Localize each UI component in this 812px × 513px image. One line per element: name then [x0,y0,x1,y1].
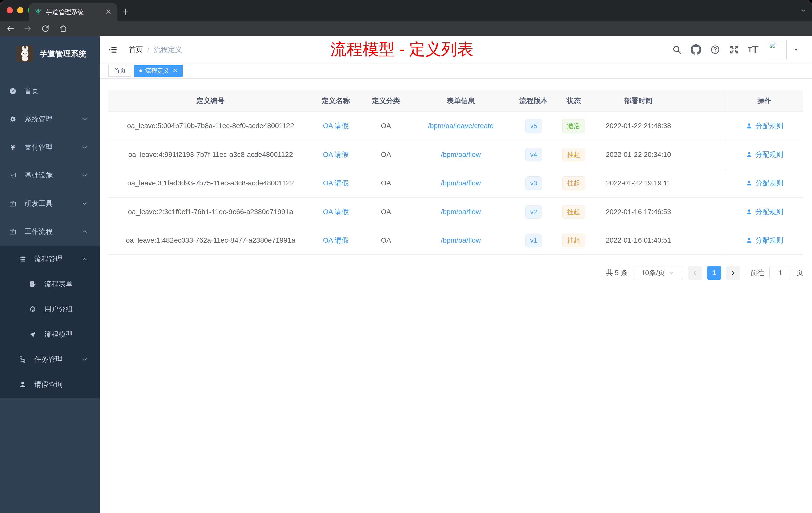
sidebar-item-process-management[interactable]: 流程管理 [0,246,100,272]
form-link[interactable]: /bpm/oa/flow [441,236,481,244]
page-size-select[interactable]: 10条/页 [633,266,683,280]
chevron-left-icon [692,270,698,276]
sidebar-item-process-model[interactable]: 流程模型 [0,322,100,347]
user-group-icon [29,305,36,313]
hamburger-icon[interactable] [107,44,118,55]
browser-tab-strip: 芋道管理系统 ✕ [0,0,812,21]
definition-category: OA [359,140,413,169]
breadcrumb: 首页 / 流程定义 [129,45,182,55]
sidebar-item-task-management[interactable]: 任务管理 [0,347,100,372]
col-header-form-info: 表单信息 [413,90,509,112]
goto-page-input[interactable]: 1 [769,266,791,280]
next-page-button[interactable] [726,266,740,280]
main-area: 首页 / 流程定义 流程模型 - 定义列表 [100,36,812,513]
sidebar-item-system[interactable]: 系统管理 [0,105,100,133]
search-icon[interactable] [671,44,683,55]
col-header-definition-id: 定义编号 [109,90,313,112]
minimize-window-button[interactable] [17,7,23,13]
fullscreen-icon[interactable] [729,44,740,55]
tag-home[interactable]: 首页 [109,64,131,77]
current-page-button[interactable]: 1 [707,266,721,280]
status-badge: 激活 [562,119,585,133]
definition-id: oa_leave:2:3c1f0ef1-76b1-11ec-9c66-a2380… [109,198,313,226]
tag-close-icon[interactable]: ✕ [173,67,177,74]
help-icon[interactable] [709,44,721,55]
col-header-deploy-time: 部署时间 [589,90,688,112]
breadcrumb-current: 流程定义 [154,45,182,55]
form-link[interactable]: /bpm/oa/flow [441,151,481,159]
toolbox-icon [9,200,17,207]
reload-icon[interactable] [41,24,50,33]
version-badge: v2 [525,205,542,219]
tags-view-bar: 首页 流程定义 ✕ [100,63,812,79]
definition-name-link[interactable]: OA 请假 [323,178,349,188]
font-size-icon[interactable]: TT [748,44,759,55]
favicon-plant-icon [34,8,42,16]
avatar[interactable] [767,40,787,59]
chevron-up-icon [82,229,88,235]
back-icon[interactable] [5,24,15,33]
sidebar-menu: 首页 系统管理 ¥ 支付管理 [0,77,100,398]
new-tab-button[interactable] [118,5,132,19]
home-icon[interactable] [58,24,68,33]
chevron-down-icon [82,173,88,178]
assign-rule-link[interactable]: 分配规则 [746,207,783,217]
close-window-button[interactable] [6,7,13,13]
sidebar-item-payment[interactable]: ¥ 支付管理 [0,133,100,161]
form-link[interactable]: /bpm/oa/flow [441,179,481,187]
chevron-up-icon [82,256,88,262]
sidebar-item-infrastructure[interactable]: 基础设施 [0,161,100,189]
forward-icon[interactable] [23,24,33,33]
col-header-category: 定义分类 [359,90,413,112]
user-icon [746,180,753,187]
definitions-table: 定义编号 定义名称 定义分类 表单信息 流程版本 状态 部署时间 操作 oa_l… [109,90,804,255]
deploy-time: 2022-01-16 17:46:53 [589,198,688,226]
breadcrumb-home[interactable]: 首页 [129,45,143,55]
sidebar-item-workflow[interactable]: 工作流程 [0,218,100,246]
chevron-down-icon [82,144,88,150]
sidebar-item-leave-query[interactable]: 请假查询 [0,372,100,397]
table-row: oa_leave:1:482ec033-762a-11ec-8477-a2380… [109,226,804,255]
col-header-definition-name: 定义名称 [313,90,359,112]
paper-plane-icon [29,331,36,338]
col-header-actions: 操作 [725,90,804,112]
tag-process-definition[interactable]: 流程定义 ✕ [134,64,182,77]
definition-name-link[interactable]: OA 请假 [323,236,349,245]
deploy-time: 2022-01-22 20:34:10 [589,140,688,169]
assign-rule-link[interactable]: 分配规则 [746,150,783,159]
definition-name-link[interactable]: OA 请假 [323,150,349,159]
chevron-down-icon [82,116,88,122]
prev-page-button[interactable] [688,266,702,280]
assign-rule-link[interactable]: 分配规则 [746,178,783,188]
chevron-right-icon [730,270,736,276]
sidebar-item-user-group[interactable]: 用户分组 [0,297,100,322]
page-content: 定义编号 定义名称 定义分类 表单信息 流程版本 状态 部署时间 操作 oa_l… [100,79,812,280]
avatar-caret-down-icon[interactable] [793,47,799,53]
version-badge: v4 [525,148,542,161]
definition-name-link[interactable]: OA 请假 [323,121,349,131]
page-unit-label: 页 [796,268,804,278]
assign-rule-link[interactable]: 分配规则 [746,236,783,245]
breadcrumb-separator: / [147,46,149,54]
sidebar-item-dev-tools[interactable]: 研发工具 [0,189,100,218]
definition-name-link[interactable]: OA 请假 [323,207,349,217]
tab-close-icon[interactable]: ✕ [106,8,112,16]
monitor-icon [9,172,17,179]
app-logo: 芋道管理系统 [0,41,100,66]
form-link[interactable]: /bpm/oa/leave/create [428,122,494,130]
navbar: 首页 / 流程定义 流程模型 - 定义列表 [100,36,812,63]
browser-window: 芋道管理系统 ✕ 不安全 [0,0,812,513]
form-link[interactable]: /bpm/oa/flow [441,208,481,216]
definition-id: oa_leave:1:482ec033-762a-11ec-8477-a2380… [109,226,313,254]
table-row: oa_leave:5:004b710b-7b8a-11ec-8ef0-acde4… [109,112,804,140]
sidebar-item-process-form[interactable]: 流程表单 [0,272,100,297]
user-icon [746,122,753,129]
status-badge: 挂起 [562,205,585,219]
github-icon[interactable] [691,44,701,55]
assign-rule-link[interactable]: 分配规则 [746,121,783,131]
tab-search-chevron-icon[interactable] [800,6,807,14]
browser-tab[interactable]: 芋道管理系统 ✕ [29,3,117,21]
table-row: oa_leave:2:3c1f0ef1-76b1-11ec-9c66-a2380… [109,198,804,226]
sidebar-item-home[interactable]: 首页 [0,77,100,105]
user-icon [746,237,753,244]
